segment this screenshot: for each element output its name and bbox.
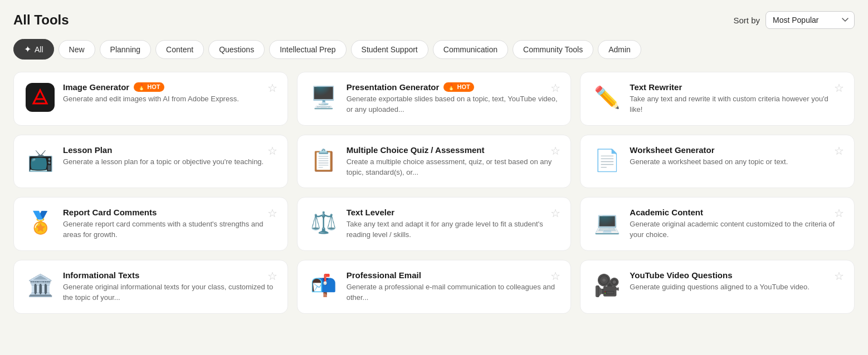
filter-tab-label: Admin xyxy=(608,45,631,54)
star-button-worksheet-generator[interactable]: ☆ xyxy=(833,143,845,159)
filter-tab-community-tools[interactable]: Community Tools xyxy=(513,40,593,59)
tool-name-row-image-generator: Image Generator🔥 HOT xyxy=(63,82,276,92)
filter-tab-student-support[interactable]: Student Support xyxy=(351,40,428,59)
filter-tab-new[interactable]: New xyxy=(58,40,95,59)
filter-tab-content[interactable]: Content xyxy=(155,40,204,59)
hot-badge-image-generator: 🔥 HOT xyxy=(134,82,164,92)
sort-label: Sort by xyxy=(733,16,760,25)
tool-card-informational-texts[interactable]: 🏛️Informational TextsGenerate original i… xyxy=(13,260,288,314)
header-row: All Tools Sort by Most Popular Newest A-… xyxy=(13,11,855,29)
tool-card-report-card-comments[interactable]: 🏅Report Card CommentsGenerate report car… xyxy=(13,197,288,251)
tool-name-multiple-choice-quiz: Multiple Choice Quiz / Assessment xyxy=(347,145,485,155)
star-button-multiple-choice-quiz[interactable]: ☆ xyxy=(549,143,562,159)
tool-icon-text-rewriter: ✏️ xyxy=(592,82,622,112)
tool-desc-worksheet-generator: Generate a worksheet based on any topic … xyxy=(630,157,843,167)
star-button-image-generator[interactable]: ☆ xyxy=(266,80,279,96)
tool-desc-multiple-choice-quiz: Create a multiple choice assessment, qui… xyxy=(347,157,560,178)
star-button-informational-texts[interactable]: ☆ xyxy=(266,268,279,284)
tool-name-row-informational-texts: Informational Texts xyxy=(63,270,276,280)
filter-tab-communication[interactable]: Communication xyxy=(433,40,508,59)
filter-tab-label: Community Tools xyxy=(523,45,583,54)
tool-card-professional-email[interactable]: 📬Professional EmailGenerate a profession… xyxy=(297,260,572,314)
filter-tab-label: All xyxy=(35,45,43,54)
tool-info-professional-email: Professional EmailGenerate a professiona… xyxy=(347,270,560,303)
tool-name-row-professional-email: Professional Email xyxy=(347,270,560,280)
page-title: All Tools xyxy=(13,12,69,28)
tool-card-worksheet-generator[interactable]: 📄Worksheet GeneratorGenerate a worksheet… xyxy=(580,135,855,189)
quiz-icon: 📋 xyxy=(309,146,338,175)
sort-select[interactable]: Most Popular Newest A-Z xyxy=(765,11,855,29)
informational-texts-icon: 🏛️ xyxy=(26,271,55,300)
tool-card-academic-content[interactable]: 💻Academic ContentGenerate original acade… xyxy=(580,197,855,251)
tool-card-text-rewriter[interactable]: ✏️Text RewriterTake any text and rewrite… xyxy=(580,72,855,126)
tool-desc-informational-texts: Generate original informational texts fo… xyxy=(63,282,276,303)
tool-icon-professional-email: 📬 xyxy=(309,270,339,300)
tool-name-text-rewriter: Text Rewriter xyxy=(630,82,682,92)
tool-icon-image-generator xyxy=(25,82,55,112)
star-button-lesson-plan[interactable]: ☆ xyxy=(266,143,279,159)
tool-name-row-presentation-generator: Presentation Generator🔥 HOT xyxy=(347,82,560,92)
tool-name-text-leveler: Text Leveler xyxy=(347,208,394,217)
star-button-professional-email[interactable]: ☆ xyxy=(549,268,562,284)
star-button-text-leveler[interactable]: ☆ xyxy=(549,205,562,221)
filter-tab-label: Content xyxy=(166,45,193,54)
filter-tab-questions[interactable]: Questions xyxy=(208,40,265,59)
tool-icon-text-leveler: ⚖️ xyxy=(309,208,339,238)
tool-info-presentation-generator: Presentation Generator🔥 HOTGenerate expo… xyxy=(347,82,560,115)
tool-name-row-multiple-choice-quiz: Multiple Choice Quiz / Assessment xyxy=(347,145,560,155)
tool-info-youtube-video-questions: YouTube Video QuestionsGenerate guiding … xyxy=(630,270,843,293)
tool-card-multiple-choice-quiz[interactable]: 📋Multiple Choice Quiz / AssessmentCreate… xyxy=(297,135,572,189)
tool-icon-multiple-choice-quiz: 📋 xyxy=(309,145,339,175)
hot-badge-presentation-generator: 🔥 HOT xyxy=(443,82,474,92)
filter-tab-label: Questions xyxy=(219,45,254,54)
star-button-text-rewriter[interactable]: ☆ xyxy=(833,80,845,96)
star-button-presentation-generator[interactable]: ☆ xyxy=(549,80,562,96)
star-button-academic-content[interactable]: ☆ xyxy=(833,205,845,221)
tool-desc-lesson-plan: Generate a lesson plan for a topic or ob… xyxy=(63,157,276,167)
filter-tabs: ✦AllNewPlanningContentQuestionsIntellect… xyxy=(13,39,855,60)
tool-icon-lesson-plan: 📺 xyxy=(25,145,55,175)
tool-desc-text-leveler: Take any text and adapt it for any grade… xyxy=(347,219,560,240)
tool-desc-report-card-comments: Generate report card comments with a stu… xyxy=(63,219,276,240)
tools-grid: Image Generator🔥 HOTGenerate and edit im… xyxy=(13,72,855,314)
tool-name-row-youtube-video-questions: YouTube Video Questions xyxy=(630,270,843,280)
filter-tab-all[interactable]: ✦All xyxy=(13,39,54,60)
text-leveler-icon: ⚖️ xyxy=(309,208,338,237)
tool-info-text-leveler: Text LevelerTake any text and adapt it f… xyxy=(347,208,560,240)
tool-icon-youtube-video-questions: 🎥 xyxy=(592,270,622,300)
tool-desc-academic-content: Generate original academic content custo… xyxy=(630,219,843,240)
worksheet-icon: 📄 xyxy=(592,146,621,175)
tool-info-report-card-comments: Report Card CommentsGenerate report card… xyxy=(63,208,276,240)
star-button-youtube-video-questions[interactable]: ☆ xyxy=(833,268,845,284)
tool-name-row-report-card-comments: Report Card Comments xyxy=(63,208,276,217)
presentation-icon: 🖥️ xyxy=(309,83,338,112)
professional-email-icon: 📬 xyxy=(309,271,338,300)
filter-tab-intellectual-prep[interactable]: Intellectual Prep xyxy=(269,40,346,59)
tool-name-row-lesson-plan: Lesson Plan xyxy=(63,145,276,155)
tool-icon-presentation-generator: 🖥️ xyxy=(309,82,339,112)
spark-icon: ✦ xyxy=(24,44,31,55)
tool-card-presentation-generator[interactable]: 🖥️Presentation Generator🔥 HOTGenerate ex… xyxy=(297,72,572,126)
tool-desc-image-generator: Generate and edit images with AI from Ad… xyxy=(63,94,276,105)
filter-tab-planning[interactable]: Planning xyxy=(100,40,152,59)
filter-tab-admin[interactable]: Admin xyxy=(598,40,641,59)
lesson-plan-icon: 📺 xyxy=(26,146,55,175)
tool-desc-professional-email: Generate a professional e-mail communica… xyxy=(347,282,560,303)
sort-row: Sort by Most Popular Newest A-Z xyxy=(733,11,855,29)
tool-desc-youtube-video-questions: Generate guiding questions aligned to a … xyxy=(630,282,843,293)
tool-name-worksheet-generator: Worksheet Generator xyxy=(630,145,714,155)
svg-marker-0 xyxy=(33,90,47,103)
tool-icon-academic-content: 💻 xyxy=(592,208,622,238)
tool-name-lesson-plan: Lesson Plan xyxy=(63,145,112,155)
tool-info-academic-content: Academic ContentGenerate original academ… xyxy=(630,208,843,240)
tool-name-image-generator: Image Generator xyxy=(63,82,129,92)
tool-card-youtube-video-questions[interactable]: 🎥YouTube Video QuestionsGenerate guiding… xyxy=(580,260,855,314)
tool-card-lesson-plan[interactable]: 📺Lesson PlanGenerate a lesson plan for a… xyxy=(13,135,288,189)
tool-card-text-leveler[interactable]: ⚖️Text LevelerTake any text and adapt it… xyxy=(297,197,572,251)
tool-card-image-generator[interactable]: Image Generator🔥 HOTGenerate and edit im… xyxy=(13,72,288,126)
tool-name-youtube-video-questions: YouTube Video Questions xyxy=(630,270,732,280)
report-card-icon: 🏅 xyxy=(26,208,55,237)
filter-tab-label: Intellectual Prep xyxy=(280,45,335,54)
star-button-report-card-comments[interactable]: ☆ xyxy=(266,205,279,221)
tool-desc-text-rewriter: Take any text and rewrite it with custom… xyxy=(630,94,843,115)
